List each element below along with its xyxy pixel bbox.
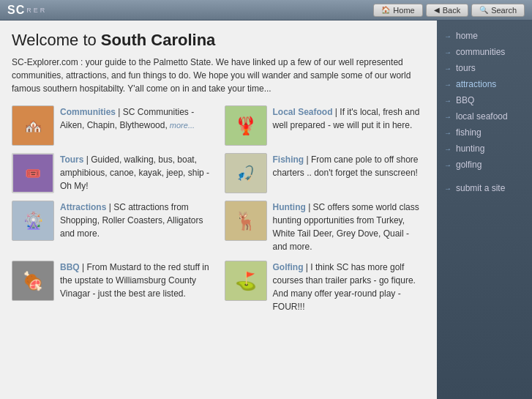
hunting-link[interactable]: Hunting <box>273 202 306 212</box>
sidebar-label-attractions: attractions <box>456 79 496 89</box>
title-bold: South Carolina <box>101 31 215 49</box>
seafood-text: Local Seafood | If it's local, fresh and… <box>273 105 426 132</box>
sidebar-label-hunting: hunting <box>456 143 484 154</box>
search-icon: 🔍 <box>479 6 488 14</box>
arrow-icon-bbq: → <box>444 97 452 105</box>
sidebar: → home → communities → tours → attractio… <box>437 20 532 399</box>
sidebar-item-submit[interactable]: → submit a site <box>437 180 532 196</box>
golfing-section: ⛳ Golfing | I think SC has more golf cou… <box>225 261 426 313</box>
fishing-icon: 🎣 <box>225 153 267 193</box>
sidebar-label-golfing: golfing <box>456 160 482 170</box>
seafood-icon: 🦞 <box>225 105 267 146</box>
communities-section: 🏘️ Communities | SC Communities - Aiken,… <box>12 105 213 146</box>
nav-buttons: 🏠 Home ◀ Back 🔍 Search <box>373 4 525 17</box>
home-button[interactable]: 🏠 Home <box>373 4 422 17</box>
fishing-section: 🎣 Fishing | From cane pole to off shore … <box>225 153 426 193</box>
sidebar-label-home: home <box>456 31 478 41</box>
arrow-icon-submit: → <box>444 184 452 193</box>
hunting-text: Hunting | SC offers some world class hun… <box>273 201 426 253</box>
back-icon: ◀ <box>434 6 440 14</box>
seafood-section: 🦞 Local Seafood | If it's local, fresh a… <box>225 105 426 146</box>
bbq-icon: 🍖 <box>12 261 54 301</box>
sidebar-label-bbq: BBQ <box>456 95 474 105</box>
logo-text: SC <box>7 4 25 17</box>
logo-area: SC RER <box>7 4 47 17</box>
seafood-link[interactable]: Local Seafood <box>273 107 333 117</box>
arrow-icon-communities: → <box>444 48 452 56</box>
bbq-section: 🍖 BBQ | From Mustard to the red stuff in… <box>12 261 213 313</box>
tours-link[interactable]: Tours <box>60 154 83 165</box>
home-label: Home <box>393 6 414 15</box>
attractions-text: Attractions | SC attractions from Shoppi… <box>60 201 213 240</box>
sidebar-label-fishing: fishing <box>456 127 482 138</box>
sidebar-item-communities[interactable]: → communities <box>437 44 532 60</box>
sidebar-divider <box>437 173 532 180</box>
fishing-link[interactable]: Fishing <box>273 154 304 165</box>
communities-link[interactable]: Communities <box>60 107 116 117</box>
fishing-text: Fishing | From cane pole to off shore ch… <box>273 153 426 179</box>
arrow-icon-hunting: → <box>444 145 452 153</box>
arrow-icon-local-seafood: → <box>444 113 452 121</box>
sidebar-item-bbq[interactable]: → BBQ <box>437 92 532 108</box>
tours-text: Tours | Guided, walking, bus, boat, amph… <box>60 153 213 193</box>
arrow-icon-golfing: → <box>444 161 452 169</box>
sidebar-item-home[interactable]: → home <box>437 28 532 44</box>
sidebar-item-attractions[interactable]: → attractions <box>437 76 532 92</box>
sidebar-label-tours: tours <box>456 63 476 73</box>
top-bar: SC RER 🏠 Home ◀ Back 🔍 Search <box>0 0 532 20</box>
logo-sub: RER <box>26 7 47 14</box>
page-title: Welcome to South Carolina <box>12 31 425 50</box>
tours-section: 🎟️ Tours | Guided, walking, bus, boat, a… <box>12 153 213 193</box>
attractions-icon: 🎡 <box>12 201 54 241</box>
sidebar-item-local-seafood[interactable]: → local seafood <box>437 108 532 124</box>
sidebar-item-fishing[interactable]: → fishing <box>437 124 532 141</box>
bbq-link[interactable]: BBQ <box>60 262 80 272</box>
arrow-icon-attractions: → <box>444 81 452 89</box>
sidebar-item-hunting[interactable]: → hunting <box>437 141 532 157</box>
content-area: Welcome to South Carolina SC-Explorer.co… <box>0 20 437 399</box>
communities-text: Communities | SC Communities - Aiken, Ch… <box>60 105 213 132</box>
communities-more[interactable]: more... <box>168 121 195 130</box>
main-layout: Welcome to South Carolina SC-Explorer.co… <box>0 20 532 399</box>
sections-grid: 🏘️ Communities | SC Communities - Aiken,… <box>12 105 425 313</box>
golfing-text: Golfing | I think SC has more golf cours… <box>273 261 426 313</box>
sidebar-item-tours[interactable]: → tours <box>437 60 532 76</box>
communities-icon: 🏘️ <box>12 105 54 146</box>
tours-icon: 🎟️ <box>12 153 54 193</box>
title-prefix: Welcome to <box>12 31 101 49</box>
bbq-desc: | From Mustard to the red stuff in the u… <box>60 262 209 299</box>
golfing-link[interactable]: Golfing <box>273 262 304 272</box>
arrow-icon-fishing: → <box>444 129 452 137</box>
search-button[interactable]: 🔍 Search <box>471 4 525 17</box>
sidebar-label-communities: communities <box>456 47 505 57</box>
bbq-text: BBQ | From Mustard to the red stuff in t… <box>60 261 213 300</box>
arrow-icon-home: → <box>444 32 452 40</box>
back-button[interactable]: ◀ Back <box>426 4 468 17</box>
attractions-section: 🎡 Attractions | SC attractions from Shop… <box>12 201 213 253</box>
sidebar-label-submit: submit a site <box>456 183 505 193</box>
attractions-link[interactable]: Attractions <box>60 202 106 212</box>
back-label: Back <box>443 6 460 15</box>
home-icon: 🏠 <box>381 6 390 14</box>
arrow-icon-tours: → <box>444 64 452 72</box>
golfing-icon: ⛳ <box>225 261 267 301</box>
hunting-icon: 🦌 <box>225 201 267 241</box>
intro-text: SC-Explorer.com : your guide to the Palm… <box>12 56 425 95</box>
search-label: Search <box>491 6 517 15</box>
sidebar-item-golfing[interactable]: → golfing <box>437 157 532 173</box>
hunting-section: 🦌 Hunting | SC offers some world class h… <box>225 201 426 253</box>
sidebar-label-local-seafood: local seafood <box>456 111 508 122</box>
